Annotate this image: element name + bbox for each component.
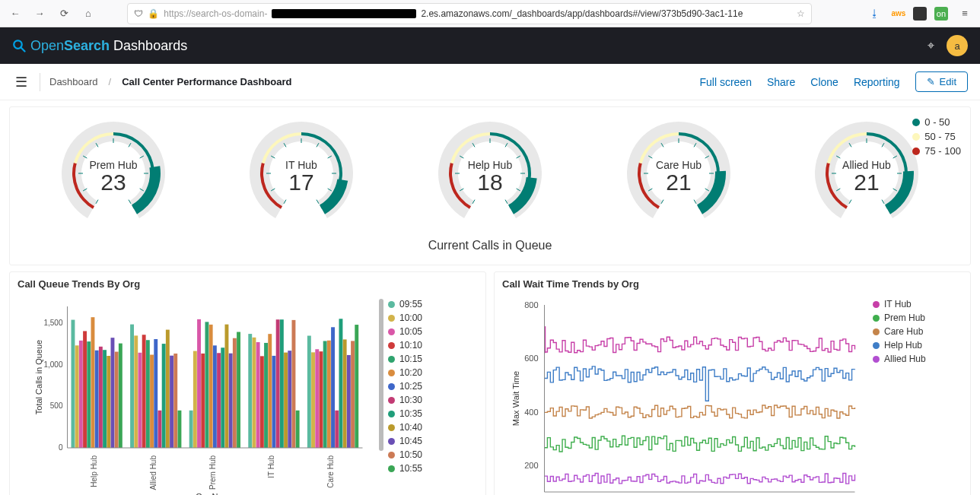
url-prefix: https://search-os-domain- (164, 8, 267, 19)
svg-rect-139 (351, 341, 355, 448)
legend-label: 10:15 (399, 354, 422, 364)
compass-icon[interactable]: ⌖ (928, 39, 934, 52)
svg-rect-95 (166, 330, 170, 448)
svg-text:200: 200 (524, 461, 538, 470)
gauge-care-hub[interactable]: Care Hub21 (622, 116, 736, 233)
gauge-legend-item[interactable]: 75 - 100 (912, 145, 961, 157)
browser-menu-icon[interactable]: ≡ (956, 5, 974, 23)
gauge-legend-item[interactable]: 0 - 50 (912, 116, 961, 128)
gauge-it-hub[interactable]: IT Hub17 (244, 116, 358, 233)
svg-rect-72 (72, 320, 75, 448)
forward-button[interactable]: → (30, 5, 49, 23)
user-avatar[interactable]: a (947, 35, 968, 56)
bar-chart-plot[interactable]: 05001,0001,500Total Calls in QueueHelp H… (16, 299, 383, 495)
svg-rect-87 (134, 335, 138, 448)
legend-dot-icon (873, 356, 880, 363)
svg-rect-94 (162, 344, 166, 448)
legend-label: 10:30 (399, 395, 422, 405)
extension-aws-icon[interactable]: aws (892, 7, 905, 21)
reporting-button[interactable]: Reporting (854, 76, 900, 88)
svg-rect-116 (256, 342, 260, 448)
bar-legend-item[interactable]: 10:40 (388, 422, 479, 433)
extension-green-icon[interactable]: on (934, 7, 948, 21)
legend-dot-icon (388, 383, 395, 390)
legend-label: Help Hub (884, 340, 922, 351)
bar-legend-item[interactable]: 10:25 (388, 381, 479, 392)
svg-text:Help Hub: Help Hub (90, 455, 98, 487)
svg-rect-75 (83, 331, 87, 448)
svg-rect-140 (355, 325, 358, 448)
legend-dot-icon (388, 452, 395, 459)
line-legend-item[interactable]: Help Hub (873, 340, 964, 351)
extension-dark-icon[interactable] (913, 7, 927, 21)
bar-legend-item[interactable]: 10:30 (388, 395, 479, 405)
nav-toggle-button[interactable]: ☰ (12, 74, 30, 90)
legend-dot-icon (388, 342, 395, 349)
svg-text:1,500: 1,500 (43, 319, 62, 327)
fullscreen-button[interactable]: Full screen (699, 76, 751, 88)
bar-legend-item[interactable]: 10:50 (388, 449, 479, 460)
svg-rect-128 (307, 336, 311, 448)
svg-rect-83 (115, 352, 119, 448)
line-legend-item[interactable]: Prem Hub (873, 313, 964, 323)
bar-legend-item[interactable]: 10:10 (388, 340, 479, 351)
bar-legend-item[interactable]: 10:20 (388, 367, 479, 378)
svg-rect-120 (272, 356, 276, 448)
bar-legend-item[interactable]: 10:00 (388, 313, 479, 323)
svg-rect-110 (229, 354, 233, 448)
bar-legend-item[interactable]: 10:55 (388, 463, 479, 474)
svg-rect-81 (107, 356, 110, 448)
svg-rect-92 (154, 339, 158, 448)
home-button[interactable]: ⌂ (79, 5, 97, 23)
line-legend-item[interactable]: Care Hub (873, 326, 964, 337)
legend-label: 09:55 (399, 299, 422, 309)
bar-chart-scrollbar[interactable] (379, 299, 383, 451)
brand-text-search: Search (64, 38, 110, 53)
bookmark-star-icon[interactable]: ☆ (797, 8, 805, 19)
brand-logo[interactable]: OpenSearch Dashboards (12, 38, 187, 54)
download-icon[interactable]: ⭳ (866, 5, 884, 23)
line-legend-item[interactable]: Allied Hub (873, 354, 964, 364)
svg-rect-108 (221, 347, 224, 448)
bar-legend-item[interactable]: 10:45 (388, 436, 479, 446)
share-button[interactable]: Share (767, 76, 795, 88)
gauge-legend: 0 - 5050 - 7575 - 100 (912, 116, 961, 160)
svg-rect-86 (130, 325, 134, 448)
bar-legend-item[interactable]: 10:05 (388, 326, 479, 337)
url-bar[interactable]: 🛡︎ 🔒 https://search-os-domain- 2.es.amaz… (127, 3, 812, 24)
line-legend-item[interactable]: IT Hub (873, 299, 964, 309)
reload-button[interactable]: ⟳ (55, 5, 73, 23)
legend-dot-icon (388, 328, 395, 335)
breadcrumb-separator: / (107, 76, 113, 87)
bar-legend-item[interactable]: 10:35 (388, 408, 479, 419)
svg-rect-102 (197, 319, 201, 448)
gauge-legend-item[interactable]: 50 - 75 (912, 131, 961, 142)
legend-dot-icon (388, 465, 395, 472)
clone-button[interactable]: Clone (810, 76, 838, 88)
svg-text:23: 23 (100, 170, 126, 195)
legend-dot-icon (873, 315, 880, 322)
legend-label: 50 - 75 (924, 131, 955, 142)
edit-button[interactable]: ✎ Edit (915, 71, 968, 92)
svg-text:IT Hub: IT Hub (267, 455, 275, 478)
svg-rect-125 (292, 320, 296, 448)
svg-rect-73 (75, 345, 79, 448)
svg-rect-84 (119, 344, 123, 448)
gauge-prem-hub[interactable]: Prem Hub23 (56, 116, 170, 233)
svg-rect-96 (170, 356, 173, 448)
bar-legend-item[interactable]: 09:55 (388, 299, 479, 309)
back-button[interactable]: ← (6, 5, 24, 23)
svg-rect-89 (142, 335, 146, 448)
svg-rect-123 (284, 353, 288, 448)
svg-rect-117 (260, 356, 264, 448)
gauge-allied-hub[interactable]: Allied Hub21 (810, 116, 924, 233)
legend-dot-icon (873, 301, 880, 308)
gauge-help-hub[interactable]: Help Hub18 (433, 116, 547, 233)
bar-legend-item[interactable]: 10:15 (388, 354, 479, 364)
svg-text:600: 600 (524, 354, 538, 363)
app-header: OpenSearch Dashboards ⌖ a (0, 27, 980, 64)
svg-rect-132 (323, 341, 327, 448)
line-chart-plot[interactable]: 200400600800Max Wait Time10:0010:1510:30… (501, 299, 868, 495)
breadcrumb-root[interactable]: Dashboard (49, 76, 98, 87)
svg-rect-114 (248, 334, 252, 448)
